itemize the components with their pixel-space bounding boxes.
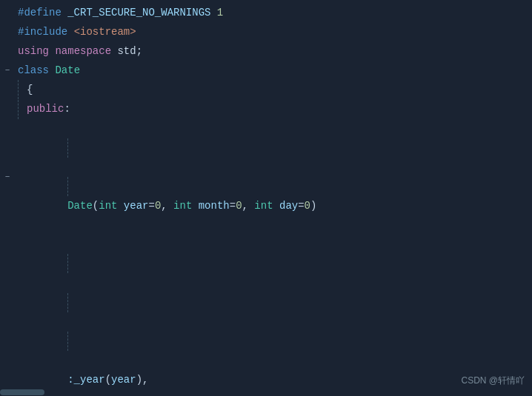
line-2-text: #include <iostream> [15, 22, 532, 41]
code-line-3: using namespace std; [0, 41, 532, 61]
line-3-text: using namespace std; [15, 41, 532, 61]
fold-icon-constructor[interactable]: − [1, 167, 13, 187]
watermark: CSDN @轩情吖 [461, 371, 525, 390]
line-1-text: #define _CRT_SECURE_NO_WARNINGS 1 [15, 3, 532, 22]
gutter-7[interactable]: − [0, 167, 15, 187]
line-7-text: Date(int year=0, int month=0, int day=0) [15, 119, 532, 235]
code-line-8: :_year(year), [0, 235, 532, 396]
code-content: #define _CRT_SECURE_NO_WARNINGS 1 #inclu… [0, 0, 532, 396]
horizontal-scrollbar[interactable] [0, 389, 532, 396]
code-editor: #define _CRT_SECURE_NO_WARNINGS 1 #inclu… [0, 0, 532, 396]
line-6-text: public: [15, 99, 532, 118]
line-8-text: :_year(year), [15, 235, 532, 396]
code-line-5: { [0, 80, 532, 99]
line-4-text: class Date [15, 61, 532, 80]
code-line-1: #define _CRT_SECURE_NO_WARNINGS 1 [0, 3, 532, 22]
code-line-4: − class Date [0, 61, 532, 80]
code-line-7: − Date(int year=0, int month=0, int day=… [0, 119, 532, 235]
scrollbar-thumb[interactable] [0, 389, 44, 395]
gutter-4[interactable]: − [0, 61, 15, 80]
code-line-2: #include <iostream> [0, 22, 532, 41]
line-5-text: { [15, 80, 532, 99]
code-line-6: public: [0, 99, 532, 118]
fold-icon-class[interactable]: − [1, 61, 13, 80]
